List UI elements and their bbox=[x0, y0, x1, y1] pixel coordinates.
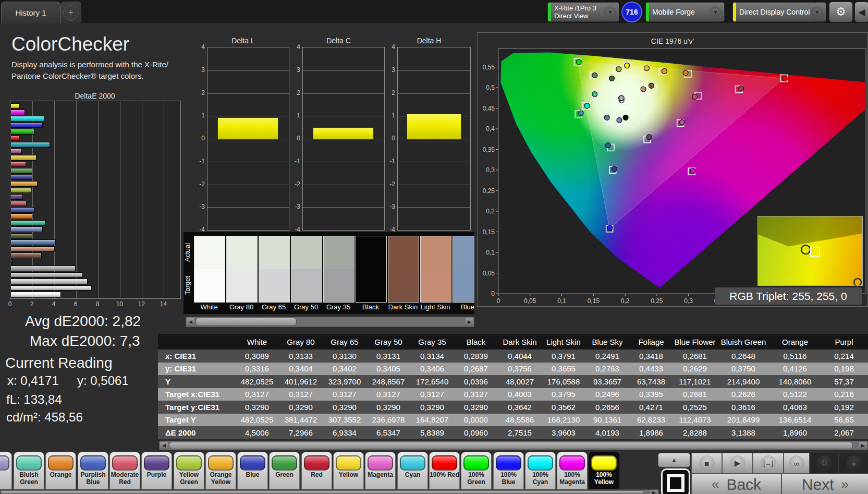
refresh-icon: ↻ bbox=[816, 455, 832, 471]
table-cell: 6,5347 bbox=[366, 426, 410, 439]
meter-status-stripe bbox=[548, 3, 551, 21]
pattern-button-orange-yellow[interactable]: Orange Yellow bbox=[205, 452, 236, 493]
scroll-left-arrow[interactable]: ◀ bbox=[160, 442, 168, 449]
swatch-strip-scrollbar[interactable]: ◀▶ bbox=[186, 317, 474, 327]
pattern-button-e[interactable]: e bbox=[0, 452, 12, 493]
swatch-actual bbox=[421, 236, 451, 269]
max-de2000-readout: Max dE2000: 7,3 bbox=[30, 333, 140, 350]
play-button[interactable]: ▶ bbox=[722, 453, 753, 474]
x-tick-label: 2 bbox=[24, 300, 40, 308]
de-bar-gray-65 bbox=[10, 279, 88, 284]
pattern-button-green[interactable]: Green bbox=[269, 452, 300, 493]
table-cell: 3,1388 bbox=[717, 426, 770, 439]
pattern-button-moderate-red[interactable]: Moderate Red bbox=[109, 452, 140, 493]
pattern-button-label: 100% Red bbox=[430, 471, 459, 478]
meter-dropdown[interactable]: X-Rite i1Pro 3 Direct View ▼ bbox=[547, 2, 619, 22]
source-dropdown[interactable]: Mobile Forge ▼ bbox=[645, 2, 725, 22]
target-row-label: Target bbox=[184, 269, 192, 302]
pattern-button-100-blue[interactable]: 100% Blue bbox=[493, 452, 524, 493]
measured-dot-light-skin bbox=[641, 87, 646, 92]
pattern-button-red[interactable]: Red bbox=[301, 452, 332, 493]
collapse-panel-button[interactable]: ◀ bbox=[854, 2, 868, 22]
tab-history-label: History 1 bbox=[15, 8, 46, 17]
pattern-button-100-cyan[interactable]: 100% Cyan bbox=[525, 452, 556, 493]
calman-window: History 1 + X-Rite i1Pro 3 Direct View ▼… bbox=[0, 0, 868, 494]
table-cell: 0,192 bbox=[820, 401, 868, 414]
table-cell: 0,5122 bbox=[770, 388, 820, 401]
pattern-button-100-yellow[interactable]: 100% Yellow bbox=[589, 452, 619, 493]
svg-text:0,25: 0,25 bbox=[483, 187, 495, 195]
table-cell: 117,1021 bbox=[673, 375, 717, 388]
pattern-button-label: 100% Blue bbox=[494, 471, 523, 486]
swatch-light-skin bbox=[420, 236, 451, 303]
pattern-button-label: Orange Yellow bbox=[206, 471, 236, 486]
tab-history-1[interactable]: History 1 bbox=[1, 2, 60, 23]
table-scrollbar[interactable]: ◀▶ bbox=[159, 441, 868, 450]
pattern-strip-scrollbar[interactable]: ▶ bbox=[0, 489, 659, 494]
deltae2000-plot-area bbox=[10, 101, 181, 299]
pattern-button-bluish-green[interactable]: Bluish Green bbox=[14, 452, 44, 493]
table-cell: 482,0525 bbox=[235, 414, 279, 427]
svg-text:0,1: 0,1 bbox=[557, 297, 566, 305]
measured-dot-moderate-red bbox=[692, 94, 698, 99]
table-cell: 48,5586 bbox=[498, 414, 542, 427]
scroll-thumb[interactable] bbox=[169, 442, 853, 449]
pattern-button-100-red[interactable]: 100% Red bbox=[429, 452, 460, 493]
scroll-right-arrow[interactable]: ▶ bbox=[859, 442, 867, 449]
measured-dot-magenta bbox=[680, 119, 685, 125]
chevrons-right-icon: » bbox=[841, 476, 849, 492]
measured-dot-orange bbox=[683, 70, 688, 76]
next-button[interactable]: Next » bbox=[781, 474, 868, 494]
strip-expand-button[interactable]: ▲ bbox=[658, 453, 690, 467]
table-cell: 0,3316 bbox=[235, 363, 279, 376]
pattern-button-blue[interactable]: Blue bbox=[237, 452, 268, 493]
settings-button[interactable]: ⚙ bbox=[829, 2, 853, 22]
pattern-button-100-green[interactable]: 100% Green bbox=[461, 452, 492, 493]
refresh-button[interactable]: ↻ bbox=[810, 453, 839, 474]
stop-button[interactable]: ■ bbox=[691, 453, 722, 474]
measured-dot-100-blue bbox=[607, 225, 613, 231]
pattern-button-cyan[interactable]: Cyan bbox=[397, 452, 428, 493]
scroll-right-arrow[interactable]: ▶ bbox=[466, 318, 473, 326]
pattern-button-label: Purple bbox=[142, 471, 172, 478]
back-button[interactable]: « Back bbox=[691, 474, 781, 494]
scroll-thumb[interactable] bbox=[1, 490, 644, 494]
table-cell: 4,5006 bbox=[235, 426, 279, 439]
pattern-button-purplish-blue[interactable]: Purplish Blue bbox=[78, 452, 108, 493]
measured-dot-purple bbox=[646, 135, 652, 140]
pattern-button-label: 100% Cyan bbox=[525, 471, 555, 486]
de-bar-100-blue bbox=[10, 123, 43, 128]
workflow-dropdown[interactable]: Direct Display Control ▼ bbox=[732, 2, 826, 22]
play-icon: ▶ bbox=[730, 455, 745, 471]
table-cell: 0,3127 bbox=[323, 388, 366, 401]
pattern-size-button[interactable]: [↔] bbox=[753, 453, 784, 474]
pattern-swatch bbox=[112, 455, 138, 471]
gridline bbox=[207, 93, 289, 94]
table-cell: 201,8499 bbox=[717, 414, 770, 427]
measured-dot-blue bbox=[612, 166, 617, 172]
scroll-left-arrow[interactable]: ◀ bbox=[187, 318, 194, 326]
swatch-actual bbox=[453, 236, 474, 269]
pattern-button-purple[interactable]: Purple bbox=[141, 452, 172, 493]
de-bar-blue-sky bbox=[10, 239, 56, 245]
scroll-right-arrow[interactable]: ▶ bbox=[650, 490, 658, 494]
loop-button[interactable]: ∞ bbox=[784, 453, 810, 474]
pattern-button-label: Moderate Red bbox=[110, 471, 140, 486]
pattern-button-yellow-green[interactable]: Yellow Green bbox=[174, 452, 204, 493]
table-cell: 0,4063 bbox=[770, 401, 820, 414]
table-cell: 0,3134 bbox=[410, 350, 454, 363]
meter-count-badge[interactable]: 716 bbox=[621, 2, 642, 22]
gridline bbox=[398, 70, 470, 71]
pattern-button-magenta[interactable]: Magenta bbox=[365, 452, 396, 493]
measured-dot-bluish-green bbox=[592, 92, 597, 97]
de-bar-100-cyan bbox=[10, 116, 45, 122]
scroll-thumb[interactable] bbox=[195, 318, 297, 326]
pattern-button-orange[interactable]: Orange bbox=[45, 452, 76, 493]
pattern-button-100-magenta[interactable]: 100% Magenta bbox=[557, 452, 588, 493]
swatch-actual bbox=[388, 236, 419, 269]
swatch-label: Gray 65 bbox=[257, 303, 290, 311]
add-tab-button[interactable]: + bbox=[60, 2, 81, 23]
record-button[interactable]: ● bbox=[839, 453, 868, 474]
pattern-window-button[interactable] bbox=[661, 468, 690, 494]
pattern-button-yellow[interactable]: Yellow bbox=[333, 452, 364, 493]
